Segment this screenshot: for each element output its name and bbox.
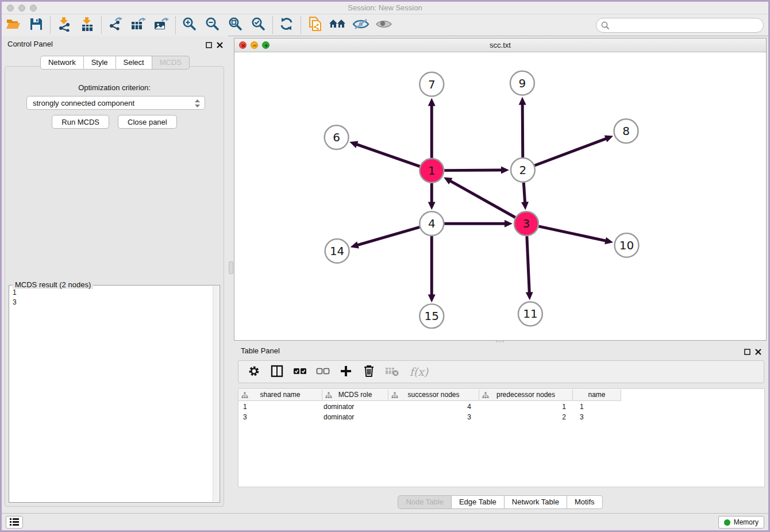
column-header-successor-nodes[interactable]: successor nodes <box>388 390 479 400</box>
import-table-button[interactable] <box>76 16 99 34</box>
graph-node-label-1: 1 <box>428 164 436 178</box>
memory-button[interactable]: Memory <box>718 516 764 529</box>
export-image-button[interactable] <box>150 16 173 34</box>
zoom-selected-button[interactable] <box>247 16 270 34</box>
toolbar-separator <box>50 17 51 34</box>
toolbar-separator <box>272 17 273 34</box>
float-table-panel-icon[interactable] <box>744 347 750 357</box>
tab-node-table[interactable]: Node Table <box>398 495 452 509</box>
graph-edge-arrowhead <box>521 202 529 210</box>
tab-style[interactable]: Style <box>84 56 116 70</box>
result-scrollbar[interactable] <box>213 286 219 502</box>
float-panel-icon[interactable] <box>206 40 212 51</box>
tab-network[interactable]: Network <box>40 56 84 70</box>
graph-node-label-10: 10 <box>619 239 634 252</box>
home-view-button[interactable] <box>326 16 349 34</box>
tab-motifs[interactable]: Motifs <box>567 495 603 509</box>
refresh-icon <box>279 17 294 33</box>
table-row[interactable]: 1 dominator 4 1 1 <box>238 402 621 411</box>
save-session-button[interactable] <box>25 16 48 34</box>
gear-icon <box>248 365 260 379</box>
open-file-button[interactable] <box>2 16 25 34</box>
export-network-icon <box>108 17 123 33</box>
hide-selected-button[interactable] <box>349 16 372 34</box>
zoom-out-button[interactable] <box>201 16 224 34</box>
window-title: Session: New Session <box>2 3 768 12</box>
memory-status-icon <box>724 519 730 526</box>
mcds-result-text[interactable]: 1 3 <box>13 288 211 501</box>
function-builder-button[interactable]: f(x) <box>407 364 430 380</box>
select-all-columns-button[interactable] <box>292 364 307 380</box>
application-window: Session: New Session <box>2 2 768 530</box>
graph-node-label-11: 11 <box>523 307 537 321</box>
graph-edge-arrowhead <box>505 220 513 228</box>
export-network-button[interactable] <box>104 16 127 34</box>
graph-edge-arrowhead <box>526 292 533 300</box>
chevron-updown-icon <box>194 99 201 110</box>
table-row[interactable]: 3 dominator 3 2 3 <box>238 413 621 422</box>
close-table-panel-icon[interactable] <box>755 347 761 357</box>
criterion-dropdown[interactable]: strongly connected component <box>26 96 205 110</box>
task-history-button[interactable] <box>6 516 23 529</box>
import-network-button[interactable] <box>53 16 76 34</box>
graph-node-label-7: 7 <box>428 78 436 91</box>
graph-node-label-3: 3 <box>523 217 530 230</box>
graph-edge-2-3[interactable] <box>523 183 525 203</box>
tab-network-table[interactable]: Network Table <box>505 495 567 509</box>
create-column-button[interactable] <box>338 364 353 380</box>
close-panel-button[interactable]: Close panel <box>118 115 177 129</box>
checked-boxes-icon <box>293 367 307 377</box>
show-columns-button[interactable] <box>270 364 284 380</box>
mcds-panel: Optimization criterion: strongly connect… <box>5 66 224 507</box>
close-panel-icon[interactable] <box>217 40 223 51</box>
tab-select[interactable]: Select <box>116 56 152 70</box>
graph-edge-arrowhead <box>349 141 358 148</box>
graph-edge-4-14[interactable] <box>357 227 419 245</box>
graph-edge-3-10[interactable] <box>538 226 606 241</box>
column-header-mcds-role[interactable]: MCDS role <box>322 390 388 400</box>
main-toolbar <box>2 14 768 36</box>
column-header-name[interactable]: name <box>573 390 621 400</box>
export-table-button[interactable] <box>127 16 150 34</box>
search-input[interactable] <box>596 18 764 33</box>
graph-node-label-15: 15 <box>425 310 439 323</box>
column-header-predecessor-nodes[interactable]: predecessor nodes <box>479 390 573 400</box>
table-panel-title: Table Panel <box>241 346 280 355</box>
zoom-in-button[interactable] <box>178 16 201 34</box>
graph-node-label-4: 4 <box>428 217 436 230</box>
graph-edge-1-6[interactable] <box>356 144 420 167</box>
toolbar-separator <box>101 17 102 34</box>
delete-table-button[interactable] <box>384 364 399 380</box>
deselect-all-columns-button[interactable] <box>315 364 330 380</box>
zoom-fit-button[interactable] <box>224 16 247 34</box>
delete-column-button[interactable] <box>361 364 376 380</box>
tab-edge-table[interactable]: Edge Table <box>452 495 505 509</box>
export-image-icon <box>153 17 170 33</box>
show-all-button[interactable] <box>372 16 395 34</box>
graph-edge-2-8[interactable] <box>534 138 606 165</box>
network-canvas[interactable]: 1234678910111415 <box>235 52 765 340</box>
node-table: shared name MCDS role successor nodes pr… <box>238 388 765 487</box>
run-mcds-button[interactable]: Run MCDS <box>52 115 109 129</box>
graph-edge-1-2[interactable] <box>444 170 502 171</box>
graph-edge-arrowhead <box>351 241 359 248</box>
eye-icon <box>375 17 392 33</box>
vertical-splitter-handle[interactable] <box>229 261 233 274</box>
import-table-icon <box>80 17 95 33</box>
graph-edge-2-9[interactable] <box>522 103 523 157</box>
memory-label: Memory <box>734 518 759 526</box>
save-icon <box>29 17 43 33</box>
apply-layout-button[interactable] <box>275 16 298 34</box>
tab-mcds[interactable]: MCDS <box>152 56 190 70</box>
import-network-icon <box>57 17 72 33</box>
fx-icon: f(x) <box>410 365 429 378</box>
copy-style-button[interactable] <box>303 16 326 34</box>
table-settings-button[interactable] <box>247 364 261 380</box>
search-container <box>596 18 764 33</box>
graph-edge-3-11[interactable] <box>527 236 529 293</box>
table-header-row: shared name MCDS role successor nodes pr… <box>238 390 621 401</box>
graph-edge-3-1[interactable] <box>450 180 515 217</box>
graph-node-label-6: 6 <box>333 131 340 144</box>
column-header-shared-name[interactable]: shared name <box>238 390 322 400</box>
network-window-titlebar[interactable]: scc.txt <box>234 38 766 52</box>
